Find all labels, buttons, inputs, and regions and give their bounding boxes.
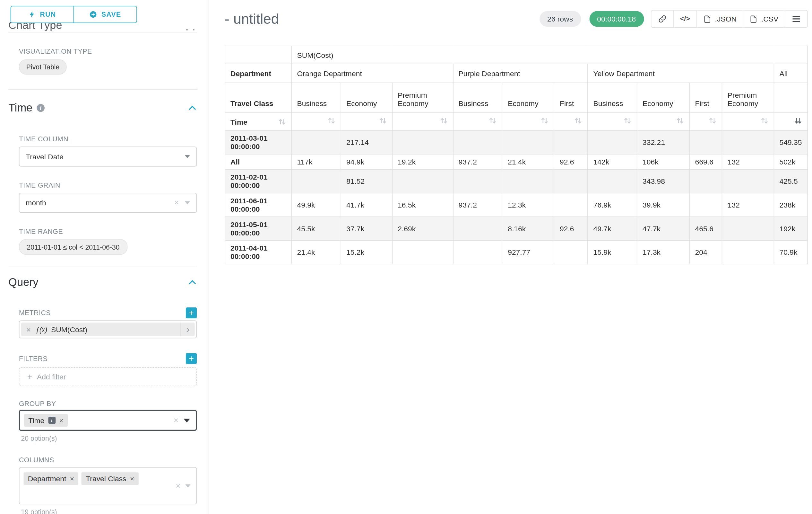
value-cell <box>392 240 453 264</box>
time-grain-select[interactable]: month × <box>19 193 197 213</box>
sort-header-cell[interactable] <box>502 113 554 131</box>
sort-desc-icon[interactable] <box>794 117 802 125</box>
csv-button-label: .CSV <box>761 15 778 23</box>
value-cell: 927.77 <box>502 240 554 264</box>
value-cell: 2.69k <box>392 217 453 241</box>
sort-header-cell[interactable] <box>453 113 502 131</box>
value-cell: 465.6 <box>689 217 722 241</box>
field-chip[interactable]: Department× <box>24 472 79 485</box>
group-by-control[interactable]: Timei× × <box>19 410 197 431</box>
leaf-column-header: First <box>554 83 588 113</box>
value-cell <box>453 169 502 193</box>
value-cell: 49.7k <box>588 217 637 241</box>
time-axis-header[interactable]: Time <box>225 113 291 131</box>
metric-chip[interactable]: × ƒ(x) SUM(Cost) › <box>21 323 195 336</box>
field-chip[interactable]: Travel Class× <box>82 472 138 485</box>
time-range-pill[interactable]: 2011-01-01 ≤ col < 2011-06-30 <box>19 239 127 255</box>
sort-icon[interactable] <box>327 117 336 125</box>
sort-icon[interactable] <box>575 117 582 125</box>
columns-control[interactable]: Department×Travel Class× × <box>19 467 197 504</box>
sort-icon[interactable] <box>278 118 286 125</box>
sort-icon[interactable] <box>440 117 448 125</box>
viz-type-pill[interactable]: Pivot Table <box>19 59 67 75</box>
chevron-up-icon[interactable] <box>188 280 196 285</box>
chart-title: - untitled <box>225 11 279 27</box>
table-row: 2011-03-01 00:00:00217.14332.21549.35 <box>225 130 808 154</box>
filters-label: FILTERS <box>19 355 48 363</box>
share-link-button[interactable] <box>650 10 674 28</box>
value-cell: 70.9k <box>774 240 808 264</box>
export-button-group: </> .JSON .CSV <box>650 10 808 28</box>
embed-code-button[interactable]: </> <box>673 10 697 28</box>
sort-icon[interactable] <box>676 117 684 125</box>
sort-header-cell[interactable] <box>341 113 392 131</box>
field-chip[interactable]: Timei× <box>24 414 67 427</box>
leaf-column-header: First <box>689 83 722 113</box>
export-json-button[interactable]: .JSON <box>696 10 743 28</box>
value-cell: 19.2k <box>392 154 453 169</box>
value-cell <box>722 240 774 264</box>
hamburger-icon <box>792 15 801 23</box>
column-group-header: Yellow Department <box>588 64 774 83</box>
caret-down-icon[interactable] <box>183 418 190 422</box>
value-cell <box>588 169 637 193</box>
row-header: 2011-04-01 00:00:00 <box>225 240 291 264</box>
caret-down-icon[interactable] <box>185 484 190 487</box>
clear-icon[interactable]: × <box>174 198 179 207</box>
sort-icon[interactable] <box>709 117 717 125</box>
value-cell: 92.6 <box>554 217 588 241</box>
caret-down-icon <box>185 201 190 204</box>
remove-icon[interactable]: × <box>26 325 31 333</box>
remove-icon[interactable]: × <box>59 417 63 424</box>
menu-button[interactable] <box>785 10 808 28</box>
value-cell: 549.35 <box>774 130 808 154</box>
lightning-icon <box>29 10 36 19</box>
add-filter-plus-button[interactable]: + <box>186 353 197 364</box>
sort-header-cell[interactable] <box>588 113 637 131</box>
sort-header-cell[interactable] <box>689 113 722 131</box>
leaf-column-header: Premium Economy <box>392 83 453 113</box>
sort-icon[interactable] <box>624 117 632 125</box>
sort-icon[interactable] <box>489 117 497 125</box>
remove-icon[interactable]: × <box>130 475 134 482</box>
query-timer-badge: 00:00:00.18 <box>589 11 644 27</box>
visualization-type-label: VISUALIZATION TYPE <box>19 47 197 55</box>
sort-header-cell[interactable] <box>554 113 588 131</box>
run-button-label: RUN <box>40 10 56 19</box>
metric-chip-label: SUM(Cost) <box>51 325 87 333</box>
time-column-select[interactable]: Travel Date <box>19 146 197 166</box>
remove-icon[interactable]: × <box>70 475 74 482</box>
value-cell <box>453 130 502 154</box>
sort-icon[interactable] <box>761 117 769 125</box>
row-count-badge: 26 rows <box>539 11 581 27</box>
add-metric-button[interactable]: + <box>186 307 197 318</box>
sort-icon[interactable] <box>379 117 387 125</box>
value-cell: 94.9k <box>341 154 392 169</box>
run-button[interactable]: RUN <box>10 6 74 23</box>
clear-icon[interactable]: × <box>174 416 178 424</box>
sort-header-cell[interactable] <box>722 113 774 131</box>
value-cell <box>554 169 588 193</box>
department-axis-label: Department <box>225 64 291 83</box>
sort-header-cell[interactable] <box>392 113 453 131</box>
chevron-up-icon[interactable] <box>188 105 196 110</box>
save-button[interactable]: SAVE <box>74 6 137 23</box>
info-icon[interactable]: i <box>37 104 45 112</box>
sort-icon[interactable] <box>541 117 549 125</box>
value-cell: 217.14 <box>341 130 392 154</box>
value-cell: 106k <box>637 154 689 169</box>
row-header: 2011-03-01 00:00:00 <box>225 130 291 154</box>
value-cell: 45.5k <box>291 217 341 241</box>
add-filter-button[interactable]: + Add filter <box>19 367 197 386</box>
value-cell <box>291 130 341 154</box>
columns-options-hint: 19 option(s) <box>21 508 208 514</box>
export-csv-button[interactable]: .CSV <box>743 10 785 28</box>
sort-header-cell[interactable] <box>637 113 689 131</box>
chevron-right-icon[interactable]: › <box>181 323 195 336</box>
metric-header-cell: SUM(Cost) <box>291 46 808 64</box>
value-cell: 15.9k <box>588 240 637 264</box>
sort-header-cell[interactable] <box>291 113 341 131</box>
table-row: 2011-05-01 00:00:0045.5k37.7k2.69k8.16k9… <box>225 217 808 241</box>
sort-header-cell[interactable] <box>774 113 808 131</box>
clear-icon[interactable]: × <box>176 482 180 490</box>
